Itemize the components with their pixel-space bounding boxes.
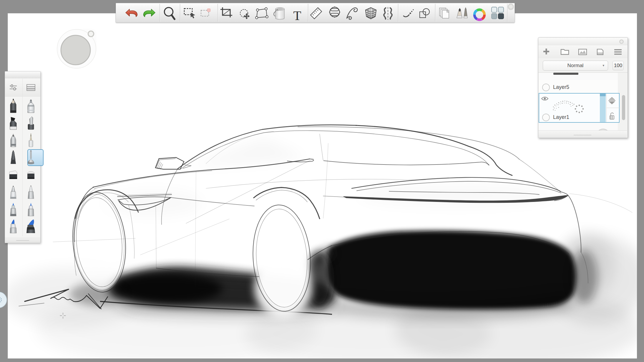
svg-text:T: T [293, 9, 301, 23]
